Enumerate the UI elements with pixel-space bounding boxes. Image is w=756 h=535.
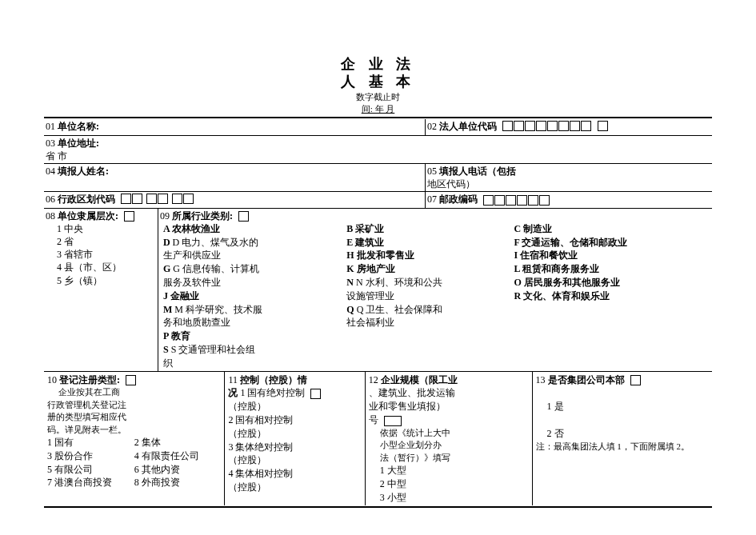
f09-a-4: 服务及软件业 xyxy=(163,276,340,289)
field-05: 05 填报人电话（包括 地区代码） xyxy=(425,164,712,191)
f12-l-2: 号 xyxy=(369,413,529,427)
f04-label: 填报人姓名: xyxy=(58,166,109,177)
f09-b-2: H 批发和零售业 xyxy=(346,249,507,262)
rule-bottom xyxy=(44,506,712,508)
f09-a-6: M M 科学研究、技术服 xyxy=(163,303,340,317)
f06-boxes[interactable] xyxy=(121,194,194,206)
f01-num: 01 xyxy=(46,121,55,132)
f06-num: 06 xyxy=(46,194,55,205)
row-01-02: 01 单位名称: 02 法人单位代码 xyxy=(44,119,712,134)
field-04: 04 填报人姓名: xyxy=(44,164,425,191)
f09-columns: A 农林牧渔业 D D 电力、煤气及水的 生产和供应业 G G 信息传输、计算机… xyxy=(160,222,710,370)
f08-label: 单位隶属层次: xyxy=(58,210,118,222)
f09-col-a: A 农林牧渔业 D D 电力、煤气及水的 生产和供应业 G G 信息传输、计算机… xyxy=(160,222,343,370)
main-title-1: 企 业 法 xyxy=(44,56,712,74)
f09-box[interactable] xyxy=(238,211,249,222)
f09-a-0: A 农林牧渔业 xyxy=(163,222,340,236)
f09-b-3: K 房地产业 xyxy=(346,262,507,276)
f11-label2: 况 xyxy=(228,387,238,398)
f09-num: 09 xyxy=(160,210,170,222)
row-03: 03 单位地址: 省 市 xyxy=(44,136,712,163)
f01-label: 单位名称: xyxy=(58,121,99,132)
field-10: 10 登记注册类型: 企业按其在工商 行政管理机关登记注 册的类型填写相应代 码… xyxy=(44,372,224,506)
f13-label: 是否集团公司本部 xyxy=(548,374,625,385)
f10-r-1: 4 有限责任公司 xyxy=(134,449,222,463)
form-page: 企 业 法 人 基 本 数字截止时 间: 年 月 01 单位名称: 02 法人单… xyxy=(0,0,756,535)
f13-note: 注：最高集团法人填 1，下面附属填 2。 xyxy=(536,441,709,453)
f09-b-0: B 采矿业 xyxy=(346,222,507,236)
f09-a-1: D D 电力、煤气及水的 xyxy=(163,236,340,250)
field-02: 02 法人单位代码 xyxy=(425,119,712,134)
f12-o-1: 2 中型 xyxy=(369,477,529,491)
row-08-09: 08 单位隶属层次: 1 中央 2 省 3 省辖市 4 县（市、区） 5 乡（镇… xyxy=(44,209,712,371)
f09-a-10: 织 xyxy=(163,357,340,370)
f07-label: 邮政编码 xyxy=(439,194,478,205)
f13-box[interactable] xyxy=(630,375,641,385)
f10-la-3: 码。详见附表一栏。 xyxy=(47,424,221,436)
f07-num: 07 xyxy=(427,194,437,205)
f03-line2: 省 市 xyxy=(46,150,67,162)
f11-num: 11 xyxy=(228,374,238,385)
f09-c-0: C 制造业 xyxy=(514,222,707,236)
f13-num: 13 xyxy=(536,374,546,385)
f02-boxes[interactable] xyxy=(502,121,608,134)
f09-col-b: B 采矿业 E 建筑业 H 批发和零售业 K 房地产业 N N 水利、环境和公共… xyxy=(343,222,510,370)
f09-c-4: O 居民服务和其他服务业 xyxy=(514,276,707,289)
f10-la-0: 企业按其在工商 xyxy=(47,386,221,398)
f12-l-3: 依据《统计上大中 xyxy=(369,427,529,439)
field-01: 01 单位名称: xyxy=(44,119,425,134)
f09-a-3: G G 信息传输、计算机 xyxy=(163,262,340,276)
f11-o-3: （控股） xyxy=(228,427,361,441)
f09-c-2: I 住宿和餐饮业 xyxy=(514,249,707,262)
f09-c-3: L 租赁和商务服务业 xyxy=(514,262,707,276)
f10-box[interactable] xyxy=(126,375,136,385)
f10-num: 10 xyxy=(47,374,57,385)
f10-l-3: 7 港澳台商投资 xyxy=(47,476,134,489)
rule-top xyxy=(44,117,712,118)
field-11: 11 控制（控股）情 况 1 国有绝对控制 （控股） 2 国有相对控制 （控股）… xyxy=(224,372,364,506)
f09-c-5: R 文化、体育和娱乐业 xyxy=(514,289,707,303)
f08-opt-2: 3 省辖市 xyxy=(46,248,156,261)
f10-label: 登记注册类型: xyxy=(59,374,120,385)
f10-l-1: 3 股份合作 xyxy=(47,449,134,463)
f09-a-5: J 金融业 xyxy=(163,289,340,303)
f10-r-0: 2 集体 xyxy=(134,436,222,449)
f11-o-4: 3 集体绝对控制 xyxy=(228,441,361,454)
subtitle-1: 数字截止时 xyxy=(44,91,712,103)
field-03: 03 单位地址: 省 市 xyxy=(44,136,712,163)
f11-o-7: （控股） xyxy=(228,481,361,494)
f10-l-0: 1 国有 xyxy=(47,436,134,449)
f09-label: 所属行业类别: xyxy=(172,210,233,222)
f11-o-5: （控股） xyxy=(228,453,361,467)
main-title-2: 人 基 本 xyxy=(44,74,712,91)
f08-box[interactable] xyxy=(124,211,134,222)
f12-l-0: 、建筑业、批发运输 xyxy=(369,386,529,400)
f11-box[interactable] xyxy=(310,389,321,399)
f03-num: 03 xyxy=(46,138,55,149)
f13-o-0: 1 是 xyxy=(536,400,709,413)
f09-c-1: F 交通运输、仓储和邮政业 xyxy=(514,236,707,250)
f12-o-0: 1 大型 xyxy=(369,464,529,477)
field-08: 08 单位隶属层次: 1 中央 2 省 3 省辖市 4 县（市、区） 5 乡（镇… xyxy=(44,209,158,371)
f11-o-0: 1 国有绝对控制 xyxy=(240,387,305,398)
subtitle-2: 间: 年 月 xyxy=(44,103,712,115)
f07-boxes[interactable] xyxy=(483,195,550,206)
f11-o-6: 4 集体相对控制 xyxy=(228,467,361,481)
f08-opt-3: 4 县（市、区） xyxy=(46,261,156,273)
f09-b-7: 社会福利业 xyxy=(346,316,507,329)
f04-num: 04 xyxy=(46,166,55,177)
f08-opt-4: 5 乡（镇） xyxy=(46,274,156,287)
f10-r-3: 8 外商投资 xyxy=(134,476,222,489)
f11-o-1: （控股） xyxy=(228,400,361,413)
f10-r-2: 6 其他内资 xyxy=(134,463,222,477)
f09-a-7: 务和地质勘查业 xyxy=(163,316,340,329)
f08-opt-0: 1 中央 xyxy=(46,222,156,235)
f12-box[interactable] xyxy=(384,416,402,426)
field-12: 12 企业规模（限工业 、建筑业、批发运输 业和零售业填报） 号 依据《统计上大… xyxy=(365,372,532,506)
field-06: 06 行政区划代码 xyxy=(44,192,425,207)
f08-num: 08 xyxy=(46,210,55,222)
title-block: 企 业 法 人 基 本 数字截止时 间: 年 月 xyxy=(44,56,712,115)
f06-label: 行政区划代码 xyxy=(58,194,115,205)
row-06-07: 06 行政区划代码 07 邮政编码 xyxy=(44,192,712,207)
f09-b-6: Q Q 卫生、社会保障和 xyxy=(346,303,507,317)
